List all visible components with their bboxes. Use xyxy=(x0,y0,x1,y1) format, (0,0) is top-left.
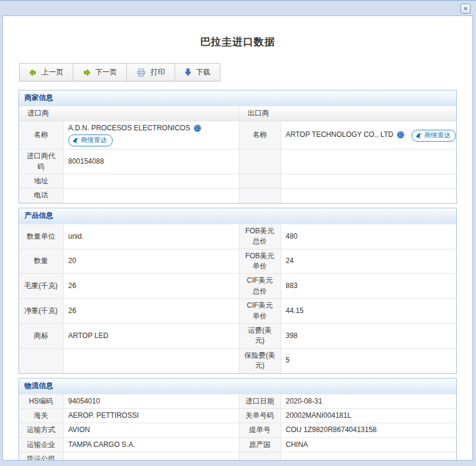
prev-page-button[interactable]: 上一页 xyxy=(20,64,73,81)
origin-country-label: 原产国 xyxy=(239,437,281,452)
carrier-value: TAMPA CARGO S.A. xyxy=(63,437,239,452)
section-product-info: 产品信息 数量单位 unid. FOB美元总价 480 数量 20 FOB美元单… xyxy=(18,208,457,374)
empty-label xyxy=(19,348,63,373)
empty-value xyxy=(281,149,456,174)
declaration-number-label: 关单号码 xyxy=(239,408,281,423)
prev-page-label: 上一页 xyxy=(42,67,63,77)
import-date-value: 2020-08-31 xyxy=(281,395,456,409)
empty-value xyxy=(281,189,456,203)
globe-icon[interactable] xyxy=(194,124,201,132)
logistics-section-title: 物流信息 xyxy=(19,379,456,395)
freight-company-country-value: COLOMBIA xyxy=(63,452,239,461)
quantity-value: 20 xyxy=(63,249,239,274)
importer-name-cell: A.D.N. PROCESOS ELECTRONICOS 商情雷达 xyxy=(63,121,239,149)
section-merchant-info: 商家信息 进口商 出口商 名称 A.D.N. PROCESOS ELECTRON… xyxy=(18,90,457,204)
table-row: 商标 ARTOP LED 运费(美元) 398 xyxy=(19,323,456,348)
cif-total-value: 883 xyxy=(281,274,456,299)
importer-code-label: 进口商代码 xyxy=(19,149,63,174)
bill-of-lading-value: COU 1Z9820R86740413158 xyxy=(281,423,456,437)
radar-badge-label: 商情雷达 xyxy=(424,131,450,140)
toolbar: 上一页 下一页 打印 下载 xyxy=(19,63,220,82)
merchant-table: 进口商 出口商 名称 A.D.N. PROCESOS ELECTRONICOS xyxy=(19,107,456,203)
net-weight-value: 26 xyxy=(63,299,239,324)
bill-of-lading-label: 提单号 xyxy=(239,423,281,437)
brand-label: 商标 xyxy=(19,323,63,348)
empty-value xyxy=(281,174,456,189)
table-row: 数量单位 unid. FOB美元总价 480 xyxy=(19,224,456,249)
fob-total-label: FOB美元总价 xyxy=(239,224,281,249)
green-arrow-left-icon xyxy=(29,69,37,76)
empty-label xyxy=(239,189,281,203)
globe-icon[interactable] xyxy=(397,131,405,139)
exporter-name-value: ARTOP TECHNOLOGY CO., LTD xyxy=(286,130,394,140)
print-label: 打印 xyxy=(151,67,165,77)
table-row: 运输方式 AVION 提单号 COU 1Z9820R86740413158 xyxy=(19,423,456,437)
table-row: 货运公司所在国 COLOMBIA 贸易国 CHINA xyxy=(19,452,456,461)
radar-dish-icon xyxy=(415,132,422,139)
table-row: 名称 A.D.N. PROCESOS ELECTRONICOS xyxy=(19,121,456,149)
table-row: 进口商代码 800154088 xyxy=(19,149,456,174)
customs-value: AEROP. PETTIROSSI xyxy=(63,408,239,423)
empty-label xyxy=(239,174,281,189)
importer-name-value: A.D.N. PROCESOS ELECTRONICOS xyxy=(69,123,191,133)
origin-country-value: CHINA xyxy=(281,437,456,452)
print-button[interactable]: 打印 xyxy=(126,64,175,81)
dialog-panel: 巴拉圭进口数据 上一页 下一页 打印 xyxy=(2,15,473,461)
table-row: 运输企业 TAMPA CARGO S.A. 原产国 CHINA xyxy=(19,437,456,452)
radar-badge[interactable]: 商情雷达 xyxy=(69,135,113,146)
fob-unit-label: FOB美元单价 xyxy=(239,249,281,274)
page-title: 巴拉圭进口数据 xyxy=(3,35,472,49)
quantity-unit-value: unid. xyxy=(63,224,239,249)
fob-total-value: 480 xyxy=(281,224,456,249)
empty-value xyxy=(63,348,239,373)
exporter-name-label: 名称 xyxy=(239,121,281,149)
cif-unit-label: CIF美元单价 xyxy=(239,299,281,324)
quantity-label: 数量 xyxy=(19,249,63,274)
freight-label: 运费(美元) xyxy=(239,323,281,348)
product-section-title: 产品信息 xyxy=(19,208,456,224)
importer-name-label: 名称 xyxy=(19,121,63,149)
dialog-frame-top xyxy=(0,0,476,1)
table-row: 进口商 出口商 xyxy=(19,107,456,121)
exporter-column-header: 出口商 xyxy=(239,107,456,121)
declaration-number-value: 20002MANI004181L xyxy=(281,408,456,423)
table-row: 海关 AEROP. PETTIROSSI 关单号码 20002MANI00418… xyxy=(19,408,456,423)
transport-mode-value: AVION xyxy=(63,423,239,437)
next-page-button[interactable]: 下一页 xyxy=(73,64,126,81)
quantity-unit-label: 数量单位 xyxy=(19,224,63,249)
freight-company-country-label: 货运公司所在国 xyxy=(19,452,63,461)
trade-country-value: CHINA xyxy=(281,452,456,461)
insurance-label: 保险费(美元) xyxy=(239,348,281,373)
cif-unit-value: 44.15 xyxy=(281,299,456,324)
close-icon: ✕ xyxy=(463,5,468,12)
product-table: 数量单位 unid. FOB美元总价 480 数量 20 FOB美元单价 24 … xyxy=(19,224,456,373)
green-arrow-right-icon xyxy=(83,69,91,76)
download-button[interactable]: 下载 xyxy=(175,64,220,81)
table-row: 地址 xyxy=(19,174,456,189)
radar-badge-label: 商情雷达 xyxy=(81,136,107,145)
next-page-label: 下一页 xyxy=(95,67,117,77)
merchant-section-title: 商家信息 xyxy=(19,90,456,107)
brand-value: ARTOP LED xyxy=(63,323,239,348)
exporter-name-cell: ARTOP TECHNOLOGY CO., LTD 商情雷达 xyxy=(281,121,456,149)
trade-country-label: 贸易国 xyxy=(239,452,281,461)
table-row: 毛重(千克) 26 CIF美元总价 883 xyxy=(19,274,456,299)
radar-badge[interactable]: 商情雷达 xyxy=(412,130,456,142)
close-button[interactable]: ✕ xyxy=(461,4,471,14)
importer-code-value: 800154088 xyxy=(63,149,239,174)
logistics-table: HS编码 94054010 进口日期 2020-08-31 海关 AEROP. … xyxy=(19,395,456,461)
radar-dish-icon xyxy=(72,137,79,144)
freight-value: 398 xyxy=(281,323,456,348)
gross-weight-label: 毛重(千克) xyxy=(19,274,63,299)
hs-code-label: HS编码 xyxy=(19,395,63,409)
net-weight-label: 净重(千克) xyxy=(19,299,63,324)
empty-label xyxy=(239,149,281,174)
carrier-label: 运输企业 xyxy=(19,437,63,452)
section-logistics-info: 物流信息 HS编码 94054010 进口日期 2020-08-31 海关 AE… xyxy=(18,378,457,461)
phone-value xyxy=(63,189,239,203)
cif-total-label: CIF美元总价 xyxy=(239,274,281,299)
address-label: 地址 xyxy=(19,174,63,189)
address-value xyxy=(63,174,239,189)
download-label: 下载 xyxy=(196,67,210,77)
customs-label: 海关 xyxy=(19,408,63,423)
